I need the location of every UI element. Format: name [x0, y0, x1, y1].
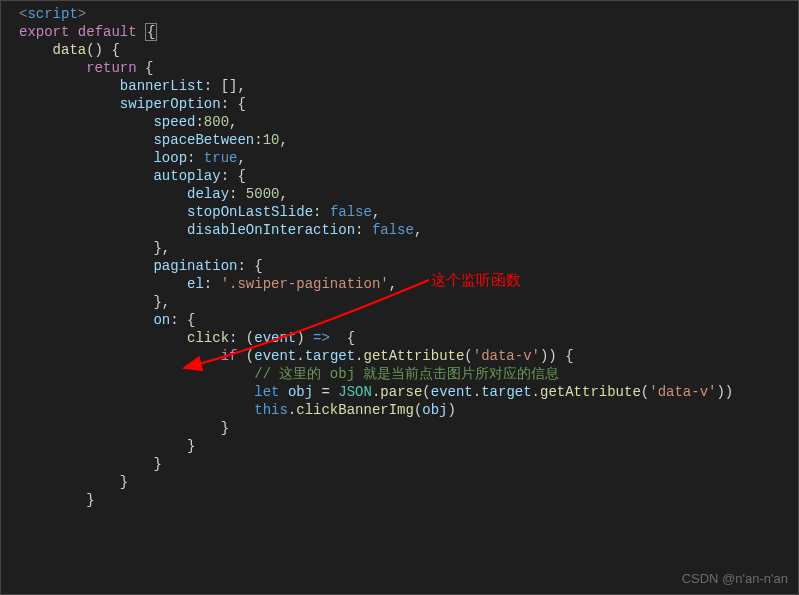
code-token: }	[221, 420, 229, 436]
code-token: this	[254, 402, 288, 418]
code-line[interactable]: export default {	[19, 23, 798, 41]
code-editor[interactable]: <script>export default { data() { return…	[1, 1, 798, 509]
code-token: (	[464, 348, 472, 364]
code-token: (	[246, 330, 254, 346]
code-token: }	[153, 456, 161, 472]
code-line[interactable]: disableOnInteraction: false,	[19, 221, 798, 239]
annotation-label: 这个监听函数	[431, 271, 521, 289]
code-token: data	[53, 42, 87, 58]
code-token: if	[221, 348, 238, 364]
code-token: :	[221, 96, 238, 112]
code-token: {	[187, 312, 195, 328]
code-token: click	[187, 330, 229, 346]
code-token: event	[254, 330, 296, 346]
code-token	[19, 96, 120, 112]
code-line[interactable]: data() {	[19, 41, 798, 59]
code-token: target	[481, 384, 531, 400]
code-token: )	[448, 402, 456, 418]
code-token: return	[86, 60, 136, 76]
code-token	[19, 474, 120, 490]
code-token: ,	[162, 294, 170, 310]
code-token: ,	[237, 78, 245, 94]
code-token	[19, 186, 187, 202]
code-token: {	[145, 23, 157, 41]
code-token: autoplay	[153, 168, 220, 184]
code-token: }	[187, 438, 195, 454]
code-token: false	[330, 204, 372, 220]
code-token: delay	[187, 186, 229, 202]
code-line[interactable]: el: '.swiper-pagination',	[19, 275, 798, 293]
code-line[interactable]: }	[19, 437, 798, 455]
code-token	[19, 42, 53, 58]
code-token: :	[221, 168, 238, 184]
code-token: }	[120, 474, 128, 490]
code-token: .	[355, 348, 363, 364]
code-token: ,	[414, 222, 422, 238]
code-token: :	[187, 150, 204, 166]
code-line[interactable]: click: (event) => {	[19, 329, 798, 347]
code-token: ,	[279, 132, 287, 148]
code-token: {	[111, 42, 119, 58]
code-token: :	[313, 204, 330, 220]
code-token: .	[296, 348, 304, 364]
code-line[interactable]: delay: 5000,	[19, 185, 798, 203]
code-line[interactable]: <script>	[19, 5, 798, 23]
code-line[interactable]: },	[19, 293, 798, 311]
code-token	[19, 132, 153, 148]
code-token: {	[347, 330, 355, 346]
code-token: export	[19, 24, 69, 40]
code-token	[137, 60, 145, 76]
code-line[interactable]: swiperOption: {	[19, 95, 798, 113]
code-token	[19, 168, 153, 184]
code-line[interactable]: }	[19, 419, 798, 437]
code-line[interactable]: return {	[19, 59, 798, 77]
code-token: event	[431, 384, 473, 400]
code-line[interactable]: spaceBetween:10,	[19, 131, 798, 149]
code-token: swiperOption	[120, 96, 221, 112]
code-line[interactable]: }	[19, 473, 798, 491]
code-token	[19, 384, 254, 400]
code-token: {	[237, 96, 245, 112]
code-token	[19, 402, 254, 418]
code-token: {	[565, 348, 573, 364]
code-line[interactable]: if (event.target.getAttribute('data-v'))…	[19, 347, 798, 365]
code-token: ,	[372, 204, 380, 220]
code-token: ()	[86, 42, 103, 58]
code-token	[19, 114, 153, 130]
code-token	[19, 330, 187, 346]
code-token: []	[221, 78, 238, 94]
code-line[interactable]: }	[19, 455, 798, 473]
code-token: =>	[313, 330, 330, 346]
code-line[interactable]: let obj = JSON.parse(event.target.getAtt…	[19, 383, 798, 401]
code-line[interactable]: stopOnLastSlide: false,	[19, 203, 798, 221]
code-token: loop	[153, 150, 187, 166]
code-line[interactable]: bannerList: [],	[19, 77, 798, 95]
code-token: .	[473, 384, 481, 400]
code-token	[19, 258, 153, 274]
code-token	[279, 384, 287, 400]
code-token: }	[153, 294, 161, 310]
code-token: {	[145, 60, 153, 76]
code-token	[137, 24, 145, 40]
code-token: :	[237, 258, 254, 274]
code-token: =	[313, 384, 338, 400]
code-line[interactable]: speed:800,	[19, 113, 798, 131]
code-token: :	[229, 330, 246, 346]
code-token: .	[532, 384, 540, 400]
code-token: disableOnInteraction	[187, 222, 355, 238]
code-line[interactable]: // 这里的 obj 就是当前点击图片所对应的信息	[19, 365, 798, 383]
code-token: // 这里的 obj 就是当前点击图片所对应的信息	[254, 366, 559, 382]
code-line[interactable]: },	[19, 239, 798, 257]
code-token: ))	[540, 348, 557, 364]
code-line[interactable]: autoplay: {	[19, 167, 798, 185]
code-token: '.swiper-pagination'	[221, 276, 389, 292]
code-line[interactable]: }	[19, 491, 798, 509]
code-line[interactable]: this.clickBannerImg(obj)	[19, 401, 798, 419]
code-line[interactable]: loop: true,	[19, 149, 798, 167]
code-line[interactable]: pagination: {	[19, 257, 798, 275]
code-line[interactable]: on: {	[19, 311, 798, 329]
code-token: 'data-v'	[473, 348, 540, 364]
code-token: ,	[389, 276, 397, 292]
code-token	[19, 366, 254, 382]
code-token: 'data-v'	[649, 384, 716, 400]
